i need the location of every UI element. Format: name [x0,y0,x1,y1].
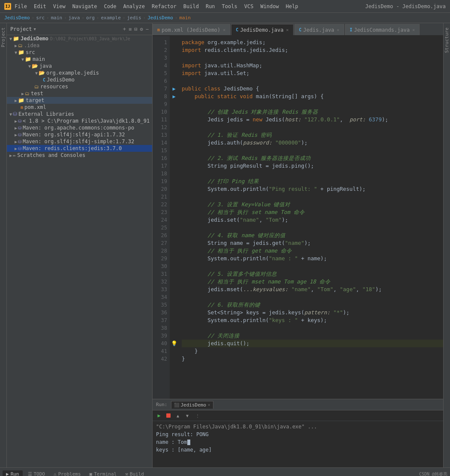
run-arrow-icon: ▶ [172,93,175,100]
run-icon: ▶ [6,471,9,476]
problems-icon: ⚠ [54,471,57,476]
tab-jedis[interactable]: C Jedis.java ✕ [294,24,344,35]
run-tab-jedisdemo[interactable]: ⬛ JedisDemo ✕ [171,401,213,409]
tab-jedisdemo-label[interactable]: JedisDemo.java [240,27,283,33]
bottom-tab-build[interactable]: ⚒ Build [122,470,147,476]
tree-item-jedisdemo-file[interactable]: C JedisDemo [7,76,152,83]
bottom-tab-build-label[interactable]: Build [130,471,144,476]
tab-jedis-label[interactable]: Jedis.java [303,27,334,33]
sidebar-collapse-icon[interactable]: ⊟ [134,26,137,32]
bottom-tab-run-label[interactable]: Run [11,471,19,476]
bottom-tab-run[interactable]: ▶ Run [3,470,23,476]
token: Jedis jedis = [182,116,253,124]
breadcrumb-class[interactable]: JedisDemo [147,15,173,21]
structure-label-text[interactable]: Structure [444,27,450,53]
breadcrumb-main[interactable]: main [51,15,63,21]
tree-item-maven-jedis[interactable]: ▶ ⛁ Maven: redis.clients:jedis:3.7.0 [7,145,152,152]
run-play-button[interactable]: ▶ [155,412,163,419]
tab-pom-label[interactable]: pom.xml (JedisDemo) [162,27,220,33]
sidebar-list-icon[interactable]: ≡ [129,26,132,32]
run-stop-button[interactable] [165,412,172,419]
tab-pom-close[interactable]: ✕ [223,27,225,32]
breadcrumb-example[interactable]: example [101,15,120,21]
bottom-tab-problems-label[interactable]: Problems [58,471,81,476]
menu-edit[interactable]: Edit [34,3,46,9]
line-number-3: 3 [153,54,167,62]
token: // 关闭连接 [182,332,240,340]
run-scroll-up-button[interactable]: ▲ [174,412,182,419]
tree-item-org[interactable]: ▼ 📂 org.example.jedis [7,69,152,76]
tree-item-maven-commons[interactable]: ▶ ⛁ Maven: org.apache.commons:commons-po [7,124,152,131]
tab-jediscommands-close[interactable]: ✕ [412,27,415,32]
token: jedis.quit(); [182,340,249,347]
run-scroll-down-button[interactable]: ▼ [183,412,191,419]
breadcrumb-org[interactable]: org [86,15,95,21]
run-tab-close[interactable]: ✕ [208,403,210,407]
project-label-text[interactable]: Project [0,27,6,47]
menu-navigate[interactable]: Navigate [72,3,97,9]
tree-item-maven-slf4j-simple[interactable]: ▶ ⛁ Maven: org.slf4j:slf4j-simple:1.7.32 [7,138,152,145]
tree-item-idea[interactable]: ▶ 🗂 .idea [7,42,152,49]
menu-file[interactable]: File [15,3,27,9]
token: // 6. 获取所有的键 [182,301,260,309]
menu-analyze[interactable]: Analyze [123,3,145,9]
tab-jediscommands[interactable]: I JedisCommands.java ✕ [345,24,420,35]
menu-tools[interactable]: Tools [222,3,237,9]
tree-item-scratches[interactable]: ▶ ✏ Scratches and Consoles [7,152,152,159]
tree-item-test[interactable]: ▶ 🗂 test [7,90,152,97]
menu-run[interactable]: Run [206,3,215,9]
tree-item-pom[interactable]: m pom.xml [7,104,152,111]
token: + keys); [298,316,327,324]
menu-vcs[interactable]: VCS [244,3,254,9]
gutter-item-11 [170,116,178,124]
tab-jedisdemo-close[interactable]: ✕ [286,27,289,32]
menu-refactor[interactable]: Refactor [152,3,177,9]
tree-item-main[interactable]: ▼ 📁 main [7,56,152,63]
sidebar-arrow[interactable]: ▼ [34,27,36,31]
run-extra-btn[interactable]: ⋮ [194,412,201,419]
code-line-36: Set<String> keys = jedis.keys(pattern: "… [182,309,443,316]
project-panel-label[interactable]: Project [0,23,7,467]
dots-icon: ⋮ [195,413,200,418]
sidebar-add-icon[interactable]: + [123,26,126,32]
breadcrumb-method[interactable]: main [179,15,191,21]
tree-item-resources[interactable]: 🗂 resources [7,83,152,90]
code-line-10: // 创建 Jedis 对象并连接 Redis 服务器 [182,108,443,116]
sidebar-minimize-icon[interactable]: − [146,26,149,32]
tab-jedis-close[interactable]: ✕ [337,27,339,32]
sidebar: Project ▼ + ≡ ⊟ ⚙ − ▼ 📁 JedisDemo D:\002… [7,23,153,467]
breadcrumb-jedis[interactable]: jedis [127,15,141,21]
tree-item-maven-slf4j-api[interactable]: ▶ ⛁ Maven: org.slf4j:slf4j-api:1.7.32 [7,131,152,138]
code-editor[interactable]: 1234567891011121314151617181920212223242… [153,36,443,399]
bottom-tab-terminal[interactable]: ▣ Terminal [86,470,120,476]
menu-build[interactable]: Build [183,3,199,9]
menu-window[interactable]: Window [260,3,279,9]
sidebar-header: Project ▼ + ≡ ⊟ ⚙ − [7,23,152,35]
bottom-tab-todo[interactable]: ☰ TODO [24,470,49,476]
tree-item-src[interactable]: ▼ 📁 src [7,49,152,56]
tree-item-jedisdemo[interactable]: ▼ 📁 JedisDemo D:\002_Project\003_Java_Wo… [7,35,152,42]
code-content[interactable]: package org.example.jedis;import redis.c… [178,36,443,399]
bottom-tab-todo-label[interactable]: TODO [34,471,45,476]
tab-pom[interactable]: m pom.xml (JedisDemo) ✕ [153,24,230,35]
tab-jediscommands-label[interactable]: JedisCommands.java [354,27,410,33]
breadcrumb-java[interactable]: java [69,15,80,21]
tree-item-external-libs[interactable]: ▼ ⛁ External Libraries [7,111,152,117]
structure-panel-label[interactable]: Structure [443,23,450,467]
editor-tabs: m pom.xml (JedisDemo) ✕ C JedisDemo.java… [153,23,443,36]
line-number-2: 2 [153,46,167,54]
breadcrumb-jedisdemo[interactable]: JedisDemo [4,15,30,21]
bottom-tab-problems[interactable]: ⚠ Problems [50,470,84,476]
tree-item-target[interactable]: ▶ 📁 target [7,97,152,104]
run-tab-label[interactable]: JedisDemo [181,402,207,408]
code-line-24: jedis.set("name", "Tom"); [182,216,443,224]
breadcrumb-src[interactable]: src [36,15,45,21]
menu-view[interactable]: View [53,3,66,9]
menu-help[interactable]: Help [286,3,298,9]
bottom-tab-terminal-label[interactable]: Terminal [94,471,117,476]
tree-item-java-folder[interactable]: ▼ 📂 java [7,63,152,69]
sidebar-settings-icon[interactable]: ⚙ [140,26,143,32]
menu-code[interactable]: Code [104,3,117,9]
tab-jedisdemo[interactable]: C JedisDemo.java ✕ [231,24,293,35]
tree-item-jdk[interactable]: ▶ ⛁ < 1.8 > C:\Program Files\Java\jdk1.8… [7,117,152,124]
